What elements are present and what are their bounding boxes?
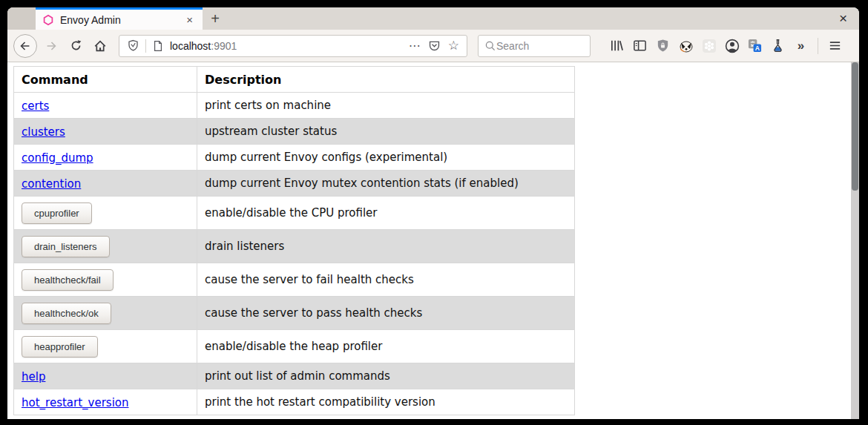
command-button[interactable]: cpuprofiler (22, 202, 92, 224)
table-row: config_dumpdump current Envoy configs (e… (14, 145, 575, 171)
tab-bar: Envoy Admin × + × (7, 7, 859, 30)
tab-envoy-admin[interactable]: Envoy Admin × (36, 7, 203, 30)
titlebar-spacer (7, 7, 36, 30)
command-cell: cpuprofiler (14, 197, 197, 230)
search-input[interactable] (496, 40, 584, 52)
description-cell: upstream cluster status (197, 119, 575, 145)
navigation-toolbar: localhost:9901 ⋯ ☆ (7, 30, 859, 62)
browser-window: Envoy Admin × + × (7, 7, 859, 419)
translate-extension-icon[interactable]: A (743, 35, 766, 57)
column-header-command: Command (14, 67, 197, 93)
scrollbar-thumb[interactable] (852, 62, 858, 191)
command-link[interactable]: config_dump (22, 151, 93, 165)
library-icon[interactable] (605, 35, 628, 57)
command-table-body: certsprint certs on machineclustersupstr… (14, 93, 575, 415)
flower-extension-icon[interactable] (697, 35, 720, 57)
page-actions-icon[interactable]: ⋯ (409, 40, 421, 52)
command-cell: heapprofiler (14, 330, 197, 363)
account-icon[interactable] (720, 35, 743, 57)
table-row: cpuprofilerenable/disable the CPU profil… (14, 197, 575, 230)
pocket-icon[interactable] (428, 39, 441, 52)
bookmark-star-icon[interactable]: ☆ (448, 39, 459, 52)
urlbar-divider (145, 39, 146, 53)
description-cell: dump current Envoy configs (experimental… (197, 145, 575, 171)
command-link[interactable]: contention (22, 177, 81, 191)
command-button[interactable]: healthcheck/fail (22, 269, 114, 291)
description-cell: drain listeners (197, 230, 575, 263)
menu-icon[interactable] (823, 35, 846, 57)
command-cell: config_dump (14, 145, 197, 171)
url-text: localhost:9901 (170, 40, 237, 52)
command-cell: healthcheck/ok (14, 297, 197, 330)
window-close-button[interactable]: × (827, 7, 859, 30)
command-cell: drain_listeners (14, 230, 197, 263)
envoy-hexagon-icon (42, 14, 54, 26)
page-info-icon[interactable] (152, 40, 164, 52)
toolbar-extensions: A » (605, 35, 846, 57)
command-link[interactable]: certs (22, 99, 49, 113)
table-row: contentiondump current Envoy mutex conte… (14, 171, 575, 197)
table-row: healthcheck/okcause the server to pass h… (14, 297, 575, 330)
command-cell: clusters (14, 119, 197, 145)
description-cell: enable/disable the heap profiler (197, 330, 575, 363)
table-row: heapprofilerenable/disable the heap prof… (14, 330, 575, 363)
url-port: :9901 (211, 40, 237, 52)
command-cell: certs (14, 93, 197, 119)
tracking-protection-shield-icon[interactable] (127, 39, 139, 52)
overflow-chevron-icon[interactable]: » (789, 35, 812, 57)
svg-text:A: A (755, 45, 760, 52)
description-cell: print certs on machine (197, 93, 575, 119)
description-cell: cause the server to pass health checks (197, 297, 575, 330)
page-content: Command Description certsprint certs on … (7, 62, 859, 419)
command-link[interactable]: clusters (22, 125, 65, 139)
command-button[interactable]: drain_listeners (22, 236, 110, 257)
shield-lock-extension-icon[interactable] (651, 35, 674, 57)
admin-commands-table: Command Description certsprint certs on … (13, 66, 575, 415)
table-header-row: Command Description (14, 67, 575, 93)
scrollbar-track[interactable] (851, 62, 859, 419)
command-link[interactable]: hot_restart_version (22, 396, 129, 409)
table-row: hot_restart_versionprint the hot restart… (14, 389, 575, 415)
table-row: clustersupstream cluster status (14, 119, 575, 145)
description-cell: print the hot restart compatibility vers… (197, 389, 575, 415)
tab-title: Envoy Admin (60, 14, 121, 26)
home-button[interactable] (90, 36, 111, 56)
table-row: healthcheck/failcause the server to fail… (14, 263, 575, 297)
table-row: drain_listenersdrain listeners (14, 230, 575, 263)
command-cell: help (14, 363, 197, 389)
tab-close-icon[interactable]: × (183, 13, 196, 26)
description-cell: dump current Envoy mutex contention stat… (197, 171, 575, 197)
table-row: certsprint certs on machine (14, 93, 575, 119)
sidebar-icon[interactable] (628, 35, 651, 57)
description-cell: cause the server to fail health checks (197, 263, 575, 297)
command-button[interactable]: healthcheck/ok (22, 303, 111, 324)
search-bar[interactable] (478, 35, 591, 57)
flask-extension-icon[interactable] (766, 35, 789, 57)
description-cell: print out list of admin commands (197, 363, 575, 389)
forward-button[interactable] (41, 36, 62, 56)
command-cell: healthcheck/fail (14, 263, 197, 297)
reload-button[interactable] (65, 36, 86, 56)
description-cell: enable/disable the CPU profiler (197, 197, 575, 230)
command-link[interactable]: help (22, 370, 45, 383)
table-row: helpprint out list of admin commands (14, 363, 575, 389)
privacy-badger-icon[interactable] (674, 35, 697, 57)
toolbar-divider (818, 38, 818, 54)
command-cell: hot_restart_version (14, 389, 197, 415)
new-tab-button[interactable]: + (203, 7, 228, 30)
back-button[interactable] (13, 34, 37, 58)
command-cell: contention (14, 171, 197, 197)
search-icon (484, 40, 496, 52)
url-host: localhost (170, 40, 211, 52)
column-header-description: Description (197, 67, 575, 93)
url-bar[interactable]: localhost:9901 ⋯ ☆ (119, 35, 467, 57)
command-button[interactable]: heapprofiler (22, 336, 98, 358)
